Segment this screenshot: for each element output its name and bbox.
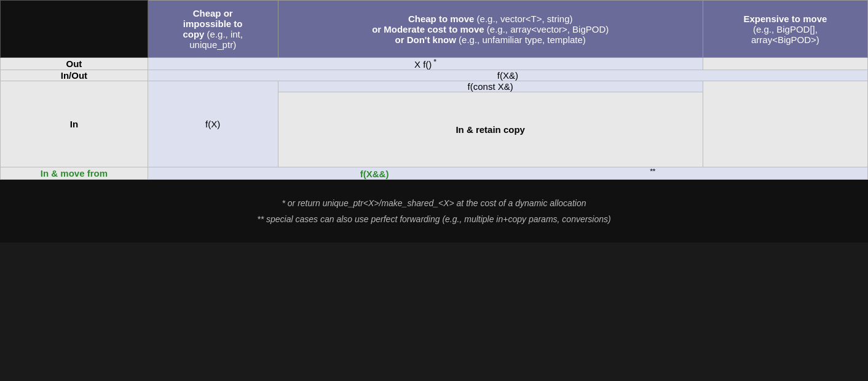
header-col3-text: Cheap to move (e.g., vector<T>, string) … — [372, 14, 609, 45]
header-col4-text: Expensive to move (e.g., BigPOD[], array… — [743, 14, 827, 45]
in-move-value: f(X&&) — [360, 169, 389, 179]
note1: * or return unique_ptr<X>/make_shared_<X… — [25, 198, 843, 208]
note2: ** special cases can also use perfect fo… — [25, 214, 843, 224]
header-col4: Expensive to move (e.g., BigPOD[], array… — [703, 1, 867, 58]
in-label: In — [1, 81, 148, 167]
out-value-cell: X f() * — [148, 58, 703, 70]
in-move-label: In & move from — [1, 167, 148, 180]
header-col3: Cheap to move (e.g., vector<T>, string) … — [278, 1, 703, 58]
table-section: Cheap or impossible to copy (e.g., int, … — [0, 0, 868, 180]
inout-row: In/Out f(X&) — [1, 70, 868, 81]
out-row: Out X f() * — [1, 58, 868, 70]
inout-value: f(X&) — [497, 70, 518, 81]
fx-value: f(X) — [205, 119, 220, 129]
out-label: Out — [1, 58, 148, 70]
out-superscript: * — [432, 58, 436, 65]
inout-label: In/Out — [1, 70, 148, 81]
notes-section: * or return unique_ptr<X>/make_shared_<X… — [0, 180, 868, 243]
main-container: Cheap or impossible to copy (e.g., int, … — [0, 0, 868, 243]
out-expensive-cell — [703, 58, 867, 70]
header-col1 — [1, 1, 148, 58]
in-move-row: In & move from f(X&&) ** — [1, 167, 868, 180]
param-table: Cheap or impossible to copy (e.g., int, … — [0, 0, 868, 180]
out-value: X f() — [414, 59, 432, 70]
header-row: Cheap or impossible to copy (e.g., int, … — [1, 1, 868, 58]
in-move-superscript: ** — [650, 167, 656, 175]
in-move-value-cell: f(X&&) ** — [148, 167, 867, 180]
in-retain-label: In & retain copy — [278, 92, 703, 167]
header-col2-text: Cheap or impossible to copy (e.g., int, … — [183, 8, 243, 50]
inout-value-cell: f(X&) — [148, 70, 867, 81]
in-value: f(const X&) — [468, 81, 513, 92]
header-col2: Cheap or impossible to copy (e.g., int, … — [148, 1, 278, 58]
in-value-cell: f(const X&) — [278, 81, 703, 92]
in-row: In f(X) f(const X&) — [1, 81, 868, 92]
in-expensive-cell — [703, 81, 867, 167]
fx-cell: f(X) — [148, 81, 278, 167]
